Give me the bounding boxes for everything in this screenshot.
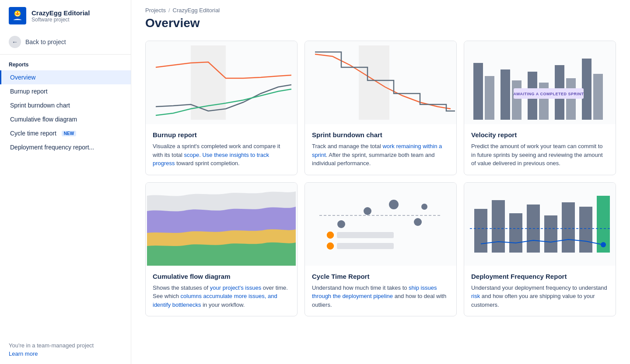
breadcrumb-separator: / <box>168 7 170 14</box>
deployment-chart <box>464 183 616 266</box>
burnup-desc: Visualize a sprint's completed work and … <box>153 142 290 168</box>
sidebar-divider <box>0 54 131 55</box>
breadcrumb-projects[interactable]: Projects <box>145 7 166 14</box>
svg-point-23 <box>414 218 422 226</box>
breadcrumb-current: CrazyEgg Editorial <box>173 7 220 14</box>
nav-item-label: Overview <box>10 74 35 81</box>
svg-point-24 <box>421 204 427 210</box>
burnup-card-body: Burnup report Visualize a sprint's compl… <box>146 124 297 175</box>
project-info: CrazyEgg Editorial Software project <box>32 9 90 23</box>
sidebar-item-cycle-time[interactable]: Cycle time report NEW <box>0 126 131 140</box>
velocity-desc: Predict the amount of work your team can… <box>471 142 609 168</box>
svg-point-27 <box>326 242 334 250</box>
svg-rect-8 <box>485 76 494 120</box>
sprint-burndown-chart <box>305 41 456 124</box>
project-header: CrazyEgg Editorial Software project <box>0 0 131 31</box>
burnup-card[interactable]: Burnup report Visualize a sprint's compl… <box>145 41 298 175</box>
project-avatar <box>9 7 26 24</box>
reports-section-title: Reports <box>0 56 131 70</box>
svg-rect-7 <box>473 63 483 120</box>
deployment-title: Deployment Frequency Report <box>471 273 609 280</box>
svg-rect-29 <box>474 209 487 253</box>
svg-rect-33 <box>544 215 557 253</box>
cumulative-flow-desc: Shows the statuses of your project's iss… <box>153 284 290 309</box>
cycle-time-card[interactable]: Cycle Time Report Understand how much ti… <box>304 182 457 317</box>
nav-item-label: Cycle time report <box>10 130 56 137</box>
cycle-time-chart <box>305 183 456 266</box>
nav-item-label: Burnup report <box>10 88 48 95</box>
velocity-title: Velocity report <box>471 131 609 139</box>
sprint-burndown-card[interactable]: Sprint burndown chart Track and manage t… <box>304 41 457 175</box>
svg-point-22 <box>389 200 399 209</box>
cycle-time-title: Cycle Time Report <box>312 273 449 280</box>
svg-rect-26 <box>337 232 394 238</box>
sprint-burndown-desc: Track and manage the total work remainin… <box>312 142 449 168</box>
cycle-time-card-body: Cycle Time Report Understand how much ti… <box>305 266 456 316</box>
nav-item-label: Deployment frequency report... <box>10 144 94 151</box>
svg-rect-16 <box>593 74 603 120</box>
deployment-card[interactable]: Deployment Frequency Report Understand y… <box>464 182 616 317</box>
sidebar: CrazyEgg Editorial Software project ← Ba… <box>0 0 131 364</box>
sidebar-item-deployment[interactable]: Deployment frequency report... <box>0 140 131 154</box>
cards-grid: Burnup report Visualize a sprint's compl… <box>145 41 616 316</box>
project-name: CrazyEgg Editorial <box>32 9 90 17</box>
svg-rect-12 <box>539 83 549 120</box>
burnup-chart <box>146 41 297 124</box>
svg-rect-34 <box>562 202 575 253</box>
sidebar-item-overview[interactable]: Overview <box>0 70 131 84</box>
sprint-burndown-title: Sprint burndown chart <box>312 131 449 139</box>
back-arrow-icon: ← <box>9 36 21 48</box>
footer-text: You're in a team-managed project <box>9 342 94 349</box>
svg-point-20 <box>337 220 345 228</box>
sidebar-footer: You're in a team-managed project Learn m… <box>0 335 131 364</box>
svg-text:AWAITING A COMPLETED SPRINT: AWAITING A COMPLETED SPRINT <box>514 92 584 96</box>
main-content: Projects / CrazyEgg Editorial Overview <box>131 0 630 364</box>
cumulative-flow-card[interactable]: Cumulative flow diagram Shows the status… <box>145 182 298 317</box>
svg-rect-14 <box>566 78 576 120</box>
cumulative-flow-card-body: Cumulative flow diagram Shows the status… <box>146 266 297 316</box>
sidebar-item-cumulative-flow[interactable]: Cumulative flow diagram <box>0 112 131 126</box>
svg-rect-6 <box>359 45 389 120</box>
back-button-label: Back to project <box>25 38 66 45</box>
sprint-burndown-card-body: Sprint burndown chart Track and manage t… <box>305 124 456 175</box>
velocity-card[interactable]: AWAITING A COMPLETED SPRINT Velocity rep… <box>464 41 616 175</box>
page-title: Overview <box>145 16 616 30</box>
svg-rect-35 <box>579 207 592 253</box>
svg-rect-31 <box>509 213 522 253</box>
velocity-card-body: Velocity report Predict the amount of wo… <box>464 124 616 175</box>
back-to-project-button[interactable]: ← Back to project <box>0 31 131 52</box>
sidebar-item-sprint-burndown[interactable]: Sprint burndown chart <box>0 98 131 112</box>
svg-point-21 <box>364 207 371 215</box>
cumulative-flow-title: Cumulative flow diagram <box>153 273 290 280</box>
cycle-time-desc: Understand how much time it takes to shi… <box>312 284 449 309</box>
breadcrumb: Projects / CrazyEgg Editorial <box>145 0 616 16</box>
deployment-card-body: Deployment Frequency Report Understand y… <box>464 266 616 316</box>
svg-point-25 <box>326 231 334 239</box>
svg-rect-9 <box>500 69 510 120</box>
new-badge: NEW <box>62 131 76 136</box>
svg-rect-5 <box>191 45 226 120</box>
nav-item-label: Cumulative flow diagram <box>10 116 77 123</box>
svg-point-3 <box>16 12 17 14</box>
svg-rect-30 <box>492 200 505 253</box>
sidebar-nav: Overview Burnup report Sprint burndown c… <box>0 70 131 335</box>
cumulative-flow-chart <box>146 183 297 266</box>
learn-more-link[interactable]: Learn more <box>9 350 122 357</box>
velocity-chart: AWAITING A COMPLETED SPRINT <box>464 41 616 124</box>
deployment-desc: Understand your deployment frequency to … <box>471 284 609 309</box>
nav-item-label: Sprint burndown chart <box>10 102 70 109</box>
sidebar-item-burnup[interactable]: Burnup report <box>0 84 131 98</box>
svg-point-38 <box>601 242 606 247</box>
svg-point-4 <box>18 12 20 14</box>
burnup-title: Burnup report <box>153 131 290 139</box>
svg-rect-28 <box>337 243 394 249</box>
svg-rect-10 <box>512 80 522 120</box>
project-type: Software project <box>32 17 90 23</box>
